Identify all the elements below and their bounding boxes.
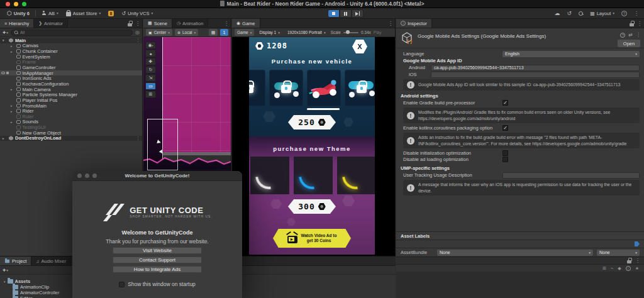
- transform-tool[interactable]: ⊞: [145, 91, 156, 98]
- pause-button[interactable]: [340, 9, 352, 18]
- hierarchy-item[interactable]: TestingGUI: [0, 124, 142, 130]
- render-target-dropdown[interactable]: Game▾: [235, 29, 254, 36]
- help-icon[interactable]: ?: [620, 33, 625, 38]
- theme-price-button[interactable]: 300: [288, 199, 336, 214]
- visit-website-button[interactable]: Visit Website: [113, 247, 202, 255]
- tag-icon[interactable]: [635, 241, 640, 246]
- tab-audio-mixer[interactable]: ♫ Audio Mixer: [31, 257, 71, 265]
- tracking-description-field[interactable]: [502, 172, 640, 179]
- play-stop-button[interactable]: [328, 9, 340, 18]
- info-icon[interactable]: i: [626, 266, 631, 271]
- lock-icon[interactable]: [627, 260, 631, 263]
- hierarchy-item[interactable]: ▾Main⋮: [0, 38, 142, 43]
- star-icon[interactable]: ★: [635, 266, 639, 271]
- search-icon[interactable]: [579, 11, 583, 16]
- grid-view-icon[interactable]: ⊞: [602, 266, 606, 271]
- move-tool[interactable]: ✚: [145, 58, 156, 65]
- presets-icon[interactable]: ⇄: [628, 32, 633, 38]
- view-gizmo-tool[interactable]: ◉▾: [145, 41, 156, 49]
- scale-tool[interactable]: ⇲: [145, 74, 156, 82]
- hierarchy-item[interactable]: ▸Canvas: [0, 43, 142, 49]
- hierarchy-item[interactable]: ▸Sounds: [0, 119, 142, 125]
- theme-carousel[interactable]: [250, 157, 375, 194]
- kebab-menu-icon[interactable]: ⋮: [135, 21, 140, 26]
- hierarchy-item[interactable]: ▸PromoMain: [0, 103, 142, 109]
- hierarchy-item[interactable]: Particle Systems Manager: [0, 92, 142, 97]
- tab-project[interactable]: Project: [0, 257, 31, 265]
- vehicle-tile-locked[interactable]: [345, 70, 375, 106]
- hierarchy-item[interactable]: KochavaConfiguration: [0, 81, 142, 87]
- assetbundle-variant-dropdown[interactable]: None: [597, 250, 640, 256]
- dialog-window-buttons[interactable]: [77, 174, 97, 178]
- theme-tile[interactable]: [250, 157, 289, 194]
- snap-increment-button[interactable]: 1: [220, 29, 228, 36]
- dialog-titlebar[interactable]: Welcome to GetUnityCode!: [72, 171, 242, 181]
- gradle-preprocessor-checkbox[interactable]: ✓: [502, 100, 508, 106]
- plugin-button[interactable]: [105, 9, 117, 18]
- scale-slider[interactable]: [343, 32, 358, 33]
- kotlinx-packaging-checkbox[interactable]: ✓: [502, 125, 508, 131]
- tag-small-icon[interactable]: ◆: [618, 266, 621, 271]
- android-appid-field[interactable]: ca-app-pub-3940256099942544~3347511713: [431, 65, 640, 71]
- orientation-dropdown[interactable]: ⊕Local▾: [175, 29, 198, 36]
- kebab-menu-icon[interactable]: ⋮: [136, 136, 140, 141]
- display-dropdown[interactable]: Display 1▾: [257, 29, 282, 36]
- unity-vcs-menu[interactable]: ↺ Unity VCS ▾: [118, 9, 156, 18]
- vehicle-tile-locked[interactable]: [269, 70, 303, 106]
- mac-minimize-button[interactable]: [14, 2, 18, 6]
- hierarchy-item[interactable]: IronSonic Ads: [0, 75, 142, 81]
- ios-appid-field[interactable]: [431, 72, 640, 78]
- tab-animator[interactable]: ❯ Animator: [34, 19, 68, 28]
- pivot-dropdown[interactable]: ▣Center▾: [146, 29, 172, 36]
- hierarchy-item-selected[interactable]: InAppManager: [0, 70, 142, 76]
- search-filter-icon[interactable]: ◎: [135, 30, 140, 35]
- unity-version-menu[interactable]: ⬡ Unity 6: [4, 9, 33, 18]
- tab-inspector[interactable]: i Inspector: [396, 19, 432, 28]
- language-dropdown[interactable]: English: [502, 51, 640, 57]
- asset-store-menu[interactable]: Asset Store ▾: [63, 9, 104, 18]
- hierarchy-item[interactable]: GameController: [0, 65, 142, 70]
- kebab-menu-icon[interactable]: ⋮: [636, 32, 641, 38]
- account-menu[interactable]: AB ▾: [38, 9, 62, 18]
- theme-tile[interactable]: [337, 157, 375, 194]
- tab-animation[interactable]: ◷ Animation: [172, 19, 208, 28]
- create-button[interactable]: +▾: [3, 30, 8, 36]
- theme-tile[interactable]: [294, 157, 333, 194]
- play-focused-label[interactable]: Play: [374, 30, 382, 35]
- create-button[interactable]: +▾: [3, 267, 8, 273]
- mac-close-button[interactable]: [6, 2, 10, 6]
- hierarchy-item[interactable]: ▸Rider: [0, 108, 142, 114]
- show-on-startup-checkbox[interactable]: [119, 282, 125, 287]
- kebab-menu-icon[interactable]: ⋮: [634, 11, 639, 16]
- hand-tool[interactable]: ●: [145, 50, 156, 57]
- vehicle-tile-locked[interactable]: [249, 70, 265, 106]
- layout-dropdown[interactable]: ▦ Layout ▾: [590, 11, 614, 16]
- bone-icon[interactable]: ⌁: [611, 266, 613, 271]
- kebab-menu-icon[interactable]: ⋮: [637, 21, 642, 26]
- kebab-menu-icon[interactable]: ⋮: [635, 258, 640, 263]
- step-button[interactable]: [352, 9, 364, 18]
- visibility-gutter[interactable]: [1, 72, 9, 74]
- kebab-menu-icon[interactable]: ⋮: [224, 21, 229, 26]
- mac-zoom-button[interactable]: [22, 2, 26, 6]
- hierarchy-item[interactable]: Frame: [0, 60, 142, 65]
- disable-ad-loading-checkbox[interactable]: [502, 157, 508, 162]
- help-icon[interactable]: ?: [621, 11, 627, 16]
- tab-scene[interactable]: ▦ Scene: [143, 19, 172, 28]
- vehicle-carousel[interactable]: [249, 70, 357, 106]
- rotate-tool[interactable]: ↻: [145, 66, 156, 74]
- hierarchy-item[interactable]: ▸Chunk Container: [0, 48, 142, 54]
- tab-game[interactable]: ◉ Game: [232, 19, 260, 28]
- assetbundle-dropdown[interactable]: None: [437, 250, 593, 256]
- hierarchy-search-input[interactable]: All: [11, 30, 133, 36]
- hierarchy-item[interactable]: ▸DontDestroyOnLoad⋮: [0, 136, 142, 141]
- hierarchy-item[interactable]: EventSystem: [0, 54, 142, 60]
- watch-ad-button[interactable]: Watch Video Ad toget 30 Coins: [273, 229, 351, 248]
- hierarchy-item[interactable]: ▸Main Camera: [0, 87, 142, 92]
- resolution-dropdown[interactable]: 1920x1080 Portrait▾: [285, 29, 328, 36]
- how-to-integrate-ads-button[interactable]: How to Integrate Ads: [113, 266, 202, 273]
- history-icon[interactable]: ↺: [567, 10, 572, 16]
- lock-icon[interactable]: [128, 23, 132, 26]
- lock-icon[interactable]: [630, 23, 634, 26]
- vehicle-tile-selected[interactable]: [307, 70, 341, 106]
